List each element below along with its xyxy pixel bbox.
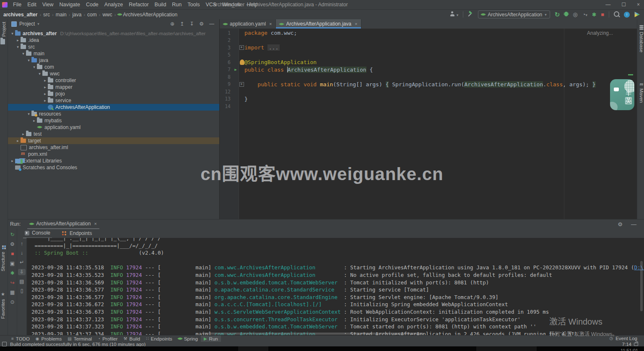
tree-item-scratches-and-consoles[interactable]: Scratches and Consoles	[8, 164, 219, 171]
tree-item-src[interactable]: ▾src	[8, 44, 219, 50]
ide-features-icon[interactable]	[634, 12, 640, 17]
settings-gear-icon[interactable]: ⚙	[199, 21, 204, 27]
attach-profiler-icon[interactable]: ✱	[10, 271, 14, 276]
close-icon[interactable]: ×	[269, 21, 272, 26]
run-tab[interactable]: ArchivesAfterApplication ×	[27, 219, 99, 229]
code-line[interactable]: 8	[220, 73, 637, 81]
editor-tab-archivesafterapplication-java[interactable]: ArchivesAfterApplication.java×	[276, 19, 361, 28]
tool-button-terminal[interactable]: ▤Terminal	[65, 336, 95, 342]
fold-icon[interactable]: +	[239, 82, 244, 87]
tree-item-external-libraries[interactable]: ▸External Libraries	[8, 157, 219, 164]
breadcrumb-item[interactable]: java	[72, 12, 81, 18]
tree-item-controller[interactable]: ▸controller	[8, 77, 219, 84]
tree-expand-icon[interactable]: ▸	[42, 92, 48, 96]
tree-item-archives-after-iml[interactable]: archives_after.iml	[8, 144, 219, 151]
status-message[interactable]: Build completed successfully in 6 sec, 6…	[10, 342, 145, 347]
tool-button-spring[interactable]: Spring	[175, 336, 201, 342]
run-configuration-select[interactable]: ArchivesAfterApplication ▾	[478, 10, 550, 18]
stop-icon[interactable]: ■	[601, 11, 604, 18]
down-stack-trace-icon[interactable]: ↓	[21, 250, 23, 256]
breadcrumb-item[interactable]: main	[56, 12, 67, 18]
menu-edit[interactable]: Edit	[24, 2, 39, 8]
code-line[interactable]: 2	[220, 37, 637, 44]
debug-icon[interactable]	[564, 12, 568, 18]
breadcrumb-item[interactable]: archives_after	[3, 12, 37, 18]
exit-icon[interactable]: ↪	[10, 280, 14, 286]
tree-item-target[interactable]: ▸target	[8, 137, 219, 144]
tree-expand-icon[interactable]: ▸	[15, 38, 21, 42]
breadcrumb-item[interactable]: wwc	[102, 12, 112, 18]
locate-file-icon[interactable]: ⊕	[170, 21, 174, 27]
menu-refactor[interactable]: Refactor	[126, 2, 151, 8]
collapse-all-icon[interactable]: ↧	[190, 21, 194, 27]
minimize-icon[interactable]: —	[605, 2, 610, 8]
menu-build[interactable]: Build	[152, 2, 169, 8]
menu-tools[interactable]: Tools	[184, 2, 203, 8]
tree-expand-icon[interactable]: ▾	[21, 52, 26, 56]
menu-code[interactable]: Code	[83, 2, 101, 8]
tree-item-java[interactable]: ▾java	[8, 57, 219, 64]
tree-item-pom-xml[interactable]: pom.xml	[8, 151, 219, 157]
tree-item-mapper[interactable]: ▸mapper	[8, 84, 219, 90]
menu-file[interactable]: File	[10, 2, 24, 8]
event-log-button[interactable]: ◷ Event Log	[609, 335, 637, 341]
taskbar-button[interactable]	[238, 346, 268, 351]
fold-icon[interactable]: +	[239, 45, 244, 50]
heap-indicator[interactable]: 7:14	[622, 342, 631, 347]
tree-expand-icon[interactable]: ▸	[21, 132, 26, 136]
code-line[interactable]: 5	[220, 52, 637, 59]
fold-column[interactable]: +	[239, 82, 244, 87]
tool-button-run[interactable]: ▶Run	[201, 336, 221, 342]
tree-item-wwc[interactable]: ▾wwc	[8, 70, 219, 77]
up-stack-trace-icon[interactable]: ↑	[21, 241, 23, 247]
hide-panel-icon[interactable]: —	[631, 221, 636, 227]
menu-run[interactable]: Run	[169, 2, 184, 8]
print-icon[interactable]: ▤	[19, 279, 24, 284]
tree-item-application-yaml[interactable]: application.yaml	[8, 124, 219, 131]
horizontal-scrollbar[interactable]	[202, 333, 423, 335]
tree-item-main[interactable]: ▾main	[8, 50, 219, 57]
soft-wrap-icon[interactable]: ↵	[20, 260, 24, 265]
tree-item-mybatis[interactable]: ▸mybatis	[8, 117, 219, 124]
attach-profiler-icon[interactable]: ✱	[592, 12, 596, 18]
ide-update-icon[interactable]: ↑	[624, 12, 630, 18]
stop-icon[interactable]: ■	[11, 251, 14, 257]
menu-analyze[interactable]: Analyze	[101, 2, 126, 8]
rerun-icon[interactable]: ↻	[10, 232, 14, 237]
tool-stripe-maven[interactable]: m Maven	[639, 81, 644, 103]
tree-expand-icon[interactable]: ▸	[10, 159, 15, 163]
tool-stripe-database[interactable]: Database	[639, 25, 644, 52]
clear-all-icon[interactable]: ▯	[21, 288, 23, 294]
tree-item-archives-after[interactable]: ▾archives_afterD:\zjh\workspace\files_af…	[8, 30, 219, 37]
tool-stripe-structure[interactable]: Structure	[0, 245, 5, 271]
tree-expand-icon[interactable]: ▾	[31, 65, 37, 69]
code-line[interactable]: 14	[220, 103, 637, 110]
tool-button-profiler[interactable]: ◔Profiler	[95, 336, 120, 342]
tool-button-problems[interactable]: ◉Problems	[33, 336, 65, 342]
tool-button-endpoints[interactable]: ∷Endpoints	[143, 336, 175, 342]
code-line[interactable]: 12	[220, 88, 637, 95]
vertical-scrollbar[interactable]	[640, 261, 643, 311]
unlock-icon[interactable]	[634, 343, 638, 346]
taskbar-button[interactable]	[476, 346, 537, 351]
error-stripe-mark[interactable]	[628, 74, 633, 75]
tree-item-pojo[interactable]: ▸pojo	[8, 90, 219, 97]
fold-column[interactable]: +	[239, 45, 244, 50]
tree-item-test[interactable]: ▸test	[8, 131, 219, 137]
close-icon[interactable]: ×	[355, 21, 357, 26]
tree-expand-icon[interactable]: ▾	[10, 31, 15, 36]
console-output[interactable]: ' |____| .__|_| |_|_| |_\__, | / / / / =…	[27, 238, 644, 336]
tree-expand-icon[interactable]: ▾	[37, 72, 42, 76]
profiler-icon[interactable]: ◔▾	[582, 11, 587, 18]
edit-configuration-wrench-icon[interactable]: ⚙	[10, 242, 15, 247]
run-panel-tab-console[interactable]: Console	[23, 228, 52, 238]
tree-expand-icon[interactable]: ▾	[15, 45, 21, 49]
build-hammer-icon[interactable]	[468, 11, 473, 18]
tool-window-toggle-icon[interactable]	[2, 342, 7, 346]
thread-dump-camera-icon[interactable]: ▣	[10, 261, 15, 266]
tree-expand-icon[interactable]: ▾	[26, 58, 31, 62]
breadcrumb-item[interactable]: ArchivesAfterApplication	[118, 12, 177, 18]
tree-expand-icon[interactable]: ▾	[26, 112, 31, 116]
search-icon[interactable]	[614, 11, 619, 18]
tool-button-todo[interactable]: ≡TODO	[8, 336, 33, 342]
